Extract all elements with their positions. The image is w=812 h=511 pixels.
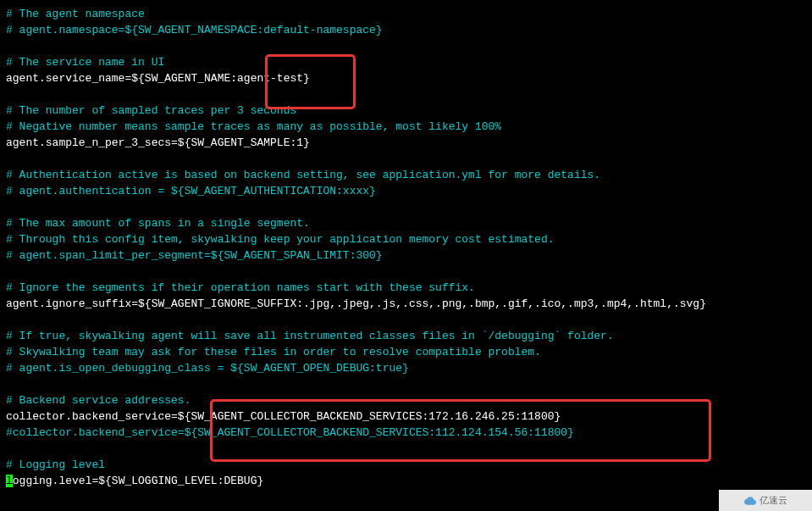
config-line-14: # Through this config item, skywalking k… xyxy=(6,231,812,247)
config-line-25: collector.backend_service=${SW_AGENT_COL… xyxy=(6,408,812,425)
config-line-21: # Skywalking team may ask for these file… xyxy=(6,344,812,360)
config-line-27 xyxy=(6,441,812,457)
config-line-16 xyxy=(6,264,812,280)
config-line-23 xyxy=(6,376,812,392)
config-line-17: # Ignore the segments if their operation… xyxy=(6,280,812,296)
config-file-content: # The agent namespace# agent.namespace=$… xyxy=(6,6,812,489)
cloud-icon xyxy=(744,495,756,507)
watermark: 亿速云 xyxy=(719,490,812,511)
config-line-9 xyxy=(6,151,812,167)
config-line-4: agent.service_name=${SW_AGENT_NAME:agent… xyxy=(6,70,812,86)
config-line-24: # Backend service addresses. xyxy=(6,392,812,408)
watermark-text: 亿速云 xyxy=(760,492,787,508)
config-line-1: # agent.namespace=${SW_AGENT_NAMESPACE:d… xyxy=(6,22,812,38)
config-line-6: # The number of sampled traces per 3 sec… xyxy=(6,103,812,119)
config-line-11: # agent.authentication = ${SW_AGENT_AUTH… xyxy=(6,183,812,199)
config-line-19 xyxy=(6,312,812,328)
config-line-22: # agent.is_open_debugging_class = ${SW_A… xyxy=(6,360,812,376)
config-line-5 xyxy=(6,86,812,103)
config-line-0: # The agent namespace xyxy=(6,6,812,22)
config-line-7: # Negative number means sample traces as… xyxy=(6,119,812,135)
config-line-2 xyxy=(6,38,812,54)
config-line-28: # Logging level xyxy=(6,457,812,473)
config-line-29: logging.level=${SW_LOGGING_LEVEL:DEBUG} xyxy=(6,473,812,489)
config-line-3: # The service name in UI xyxy=(6,54,812,70)
config-line-26: #collector.backend_service=${SW_AGENT_CO… xyxy=(6,425,812,441)
terminal-cursor: l xyxy=(6,475,13,487)
config-line-10: # Authentication active is based on back… xyxy=(6,167,812,183)
config-line-8: agent.sample_n_per_3_secs=${SW_AGENT_SAM… xyxy=(6,135,812,151)
config-line-13: # The max amount of spans in a single se… xyxy=(6,215,812,231)
config-line-20: # If true, skywalking agent will save al… xyxy=(6,328,812,344)
config-line-12 xyxy=(6,199,812,215)
config-line-18: agent.ignore_suffix=${SW_AGENT_IGNORE_SU… xyxy=(6,296,812,312)
config-line-15: # agent.span_limit_per_segment=${SW_AGEN… xyxy=(6,247,812,264)
